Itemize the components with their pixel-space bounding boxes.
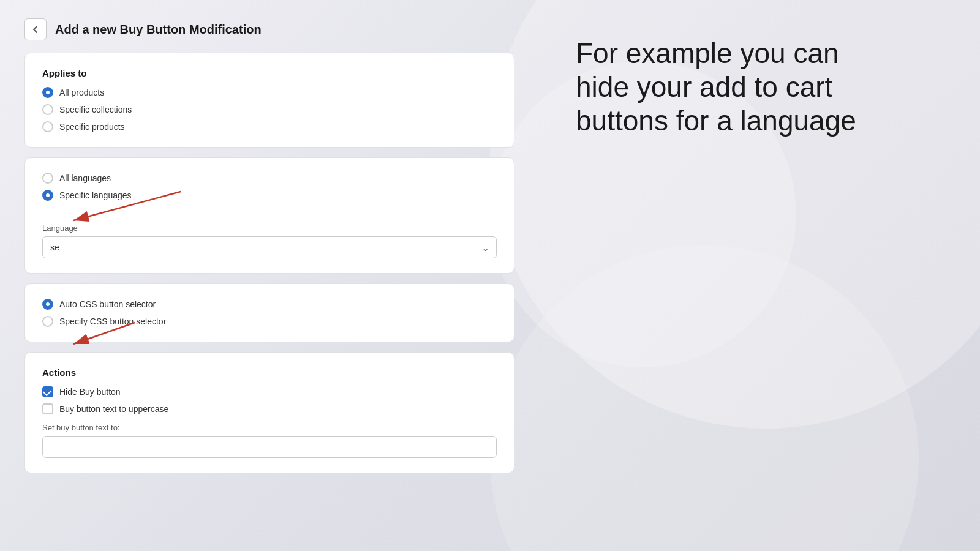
right-panel: For example you can hide your add to car… — [539, 0, 980, 551]
language-field-label: Language — [42, 223, 497, 233]
checkbox-uppercase-label: Buy button text to uppercase — [59, 404, 168, 414]
radio-all-products-label: All products — [59, 88, 104, 97]
page-header: Add a new Buy Button Modification — [24, 18, 514, 40]
languages-card: All languages Specific languages Languag… — [24, 157, 514, 274]
promo-text: For example you can hide your add to car… — [576, 37, 882, 138]
applies-to-title: Applies to — [42, 68, 497, 78]
back-button[interactable] — [24, 18, 47, 40]
radio-specific-collections[interactable]: Specific collections — [42, 104, 497, 115]
radio-specific-languages[interactable]: Specific languages — [42, 190, 497, 201]
checkbox-hide-buy-box — [42, 386, 53, 397]
checkbox-uppercase[interactable]: Buy button text to uppercase — [42, 403, 497, 414]
css-selector-card: Auto CSS button selector Specify CSS but… — [24, 283, 514, 342]
checkbox-uppercase-box — [42, 403, 53, 414]
radio-specify-css-label: Specify CSS button selector — [59, 317, 166, 326]
applies-to-card: Applies to All products Specific collect… — [24, 53, 514, 148]
radio-specific-collections-label: Specific collections — [59, 105, 132, 114]
radio-specific-products[interactable]: Specific products — [42, 121, 497, 132]
radio-all-languages[interactable]: All languages — [42, 173, 497, 184]
radio-auto-css-label: Auto CSS button selector — [59, 299, 156, 309]
radio-specify-css-indicator — [42, 316, 53, 327]
set-text-input[interactable] — [42, 436, 497, 458]
radio-all-languages-label: All languages — [59, 173, 111, 183]
set-text-group: Set buy button text to: — [42, 423, 497, 458]
actions-card: Actions Hide Buy button Buy button text … — [24, 352, 514, 473]
language-select-wrapper: se en de fr ⌄ — [42, 236, 497, 258]
checkbox-hide-buy[interactable]: Hide Buy button — [42, 386, 497, 397]
language-field-section: Language se en de fr ⌄ — [42, 212, 497, 258]
radio-auto-css[interactable]: Auto CSS button selector — [42, 299, 497, 310]
languages-options: All languages Specific languages — [42, 173, 497, 201]
radio-auto-css-indicator — [42, 299, 53, 310]
radio-all-languages-indicator — [42, 173, 53, 184]
set-text-label: Set buy button text to: — [42, 423, 497, 432]
radio-specific-products-indicator — [42, 121, 53, 132]
page-title: Add a new Buy Button Modification — [55, 23, 262, 37]
radio-specific-collections-indicator — [42, 104, 53, 115]
language-select[interactable]: se en de fr — [42, 236, 497, 258]
radio-specify-css[interactable]: Specify CSS button selector — [42, 316, 497, 327]
radio-specific-products-label: Specific products — [59, 122, 125, 132]
radio-all-products[interactable]: All products — [42, 87, 497, 98]
radio-all-products-indicator — [42, 87, 53, 98]
applies-to-options: All products Specific collections Specif… — [42, 87, 497, 132]
radio-specific-languages-indicator — [42, 190, 53, 201]
radio-specific-languages-label: Specific languages — [59, 190, 132, 200]
actions-title: Actions — [42, 367, 497, 378]
checkbox-hide-buy-label: Hide Buy button — [59, 387, 121, 397]
css-selector-options: Auto CSS button selector Specify CSS but… — [42, 299, 497, 327]
